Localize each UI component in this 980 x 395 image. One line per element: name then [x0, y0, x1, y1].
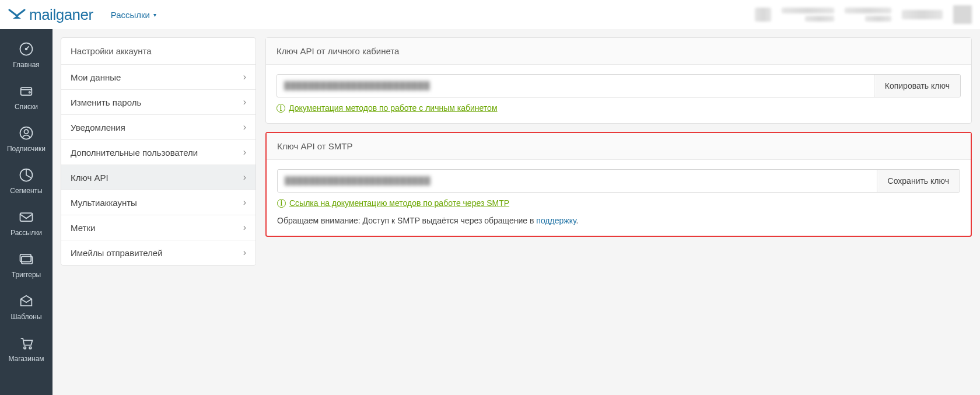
brand-logo[interactable]: mailganer [8, 6, 93, 24]
svg-point-5 [24, 130, 29, 134]
settings-nav-item-label: Уведомления [71, 123, 125, 132]
svg-point-10 [24, 347, 26, 349]
topbar-right [755, 5, 972, 24]
settings-nav-item-change-password[interactable]: Изменить пароль › [61, 90, 256, 115]
envelope-icon [18, 209, 34, 225]
svg-point-3 [29, 92, 30, 93]
chevron-right-icon: › [243, 197, 246, 208]
note-prefix: Обращаем внимание: Доступ к SMTP выдаётс… [277, 216, 536, 225]
api-smtp-card: Ключ API от SMTP Сохранить ключ i Ссылка… [265, 132, 972, 237]
logo-icon [8, 8, 26, 21]
sidebar-item-segments[interactable]: Сегменты [0, 160, 52, 202]
sidebar-item-templates[interactable]: Шаблоны [0, 286, 52, 328]
svg-point-4 [20, 127, 33, 139]
settings-nav-item-label: Имейлы отправителей [71, 248, 163, 258]
copy-key-button[interactable]: Копировать ключ [874, 75, 960, 97]
settings-nav-item-my-data[interactable]: Мои данные › [61, 65, 256, 90]
page-body: Настройки аккаунта Мои данные › Изменить… [52, 29, 980, 395]
settings-nav-item-label: Ключ API [71, 173, 108, 183]
gauge-icon [18, 41, 34, 57]
settings-nav-item-notifications[interactable]: Уведомления › [61, 115, 256, 140]
topnav-campaigns-dropdown[interactable]: Рассылки ▾ [111, 10, 156, 20]
sidebar-item-label: Подписчики [7, 145, 46, 153]
svg-point-11 [29, 347, 32, 349]
topbar-balance[interactable] [902, 10, 943, 19]
settings-nav-item-additional-users[interactable]: Дополнительные пользователи › [61, 140, 256, 165]
api-personal-card: Ключ API от личного кабинета Копировать … [265, 37, 972, 124]
api-personal-key-input[interactable] [277, 75, 874, 97]
topbar-widget-1[interactable] [755, 8, 771, 22]
settings-nav-item-label: Мультиаккаунты [71, 198, 137, 208]
topbar-account-1[interactable] [782, 8, 834, 22]
save-key-button[interactable]: Сохранить ключ [877, 170, 960, 192]
chevron-right-icon: › [243, 72, 246, 82]
sidebar-item-shops[interactable]: Магазинам [0, 328, 52, 370]
sidebar-item-label: Шаблоны [10, 313, 41, 321]
caret-down-icon: ▾ [153, 12, 156, 18]
settings-nav-item-multi-accounts[interactable]: Мультиаккаунты › [61, 190, 256, 215]
api-smtp-key-input[interactable] [278, 170, 877, 192]
api-personal-doc-link[interactable]: i Документация методов по работе с личны… [276, 103, 961, 113]
avatar[interactable] [953, 5, 972, 24]
topbar: mailganer Рассылки ▾ [0, 0, 980, 29]
api-smtp-title: Ключ API от SMTP [267, 133, 971, 160]
brand-name: mailganer [29, 6, 93, 24]
content-column: Ключ API от личного кабинета Копировать … [265, 37, 972, 237]
sidebar-item-campaigns[interactable]: Рассылки [0, 202, 52, 244]
sidebar-item-label: Магазинам [8, 355, 44, 363]
chevron-right-icon: › [243, 147, 246, 158]
settings-nav-item-sender-emails[interactable]: Имейлы отправителей › [61, 240, 256, 265]
settings-nav-item-label: Мои данные [71, 72, 121, 82]
api-smtp-doc-label: Ссылка на документацию методов по работе… [289, 198, 509, 208]
sidebar-item-lists[interactable]: Списки [0, 76, 52, 118]
support-link[interactable]: поддержку [536, 216, 576, 225]
envelopes-icon [18, 251, 34, 267]
svg-rect-7 [20, 213, 33, 221]
pie-icon [18, 167, 34, 183]
settings-nav-title: Настройки аккаунта [61, 38, 256, 65]
chevron-right-icon: › [243, 172, 246, 183]
sidebar-item-label: Списки [15, 103, 38, 111]
cart-icon [18, 335, 34, 351]
chevron-right-icon: › [243, 97, 246, 107]
user-icon [18, 125, 34, 141]
wallet-icon [18, 83, 34, 99]
settings-nav-item-label: Дополнительные пользователи [71, 148, 198, 158]
chevron-right-icon: › [243, 122, 246, 132]
api-smtp-key-row: Сохранить ключ [277, 169, 960, 193]
topnav-menu-label: Рассылки [111, 10, 150, 20]
sidebar: Главная Списки Подписчики Сегменты Рассы… [0, 29, 52, 395]
settings-nav-item-label: Изменить пароль [71, 97, 141, 107]
chevron-right-icon: › [243, 247, 246, 258]
settings-nav-item-label: Метки [71, 223, 95, 233]
note-suffix: . [576, 216, 579, 225]
sidebar-item-subscribers[interactable]: Подписчики [0, 118, 52, 160]
settings-nav-item-api-key[interactable]: Ключ API › [61, 165, 256, 190]
api-personal-title: Ключ API от личного кабинета [266, 38, 971, 65]
settings-nav: Настройки аккаунта Мои данные › Изменить… [61, 37, 256, 265]
chevron-right-icon: › [243, 222, 246, 233]
sidebar-item-label: Сегменты [10, 187, 42, 195]
api-personal-key-row: Копировать ключ [276, 74, 961, 97]
mail-open-icon [18, 293, 34, 309]
api-smtp-doc-link[interactable]: i Ссылка на документацию методов по рабо… [277, 198, 960, 208]
sidebar-item-triggers[interactable]: Триггеры [0, 244, 52, 286]
sidebar-item-label: Триггеры [12, 271, 41, 279]
info-icon: i [276, 104, 285, 113]
svg-point-1 [26, 48, 27, 50]
info-icon: i [277, 199, 286, 208]
sidebar-item-label: Рассылки [10, 229, 42, 237]
settings-nav-item-tags[interactable]: Метки › [61, 215, 256, 240]
sidebar-item-label: Главная [13, 61, 40, 69]
smtp-access-note: Обращаем внимание: Доступ к SMTP выдаётс… [277, 216, 960, 225]
sidebar-item-home[interactable]: Главная [0, 34, 52, 76]
topbar-account-2[interactable] [845, 8, 891, 22]
api-personal-doc-label: Документация методов по работе с личным … [289, 103, 498, 113]
